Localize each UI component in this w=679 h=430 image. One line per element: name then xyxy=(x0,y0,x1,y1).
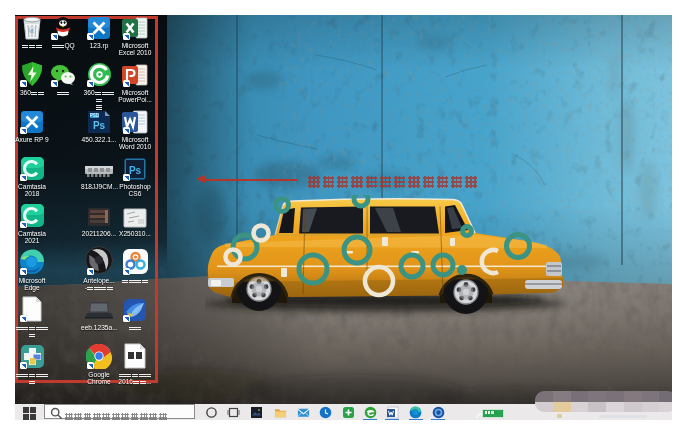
svg-text:Ps: Ps xyxy=(93,120,106,131)
svg-text:Ps: Ps xyxy=(129,165,142,176)
svg-text:PSD: PSD xyxy=(90,113,100,118)
